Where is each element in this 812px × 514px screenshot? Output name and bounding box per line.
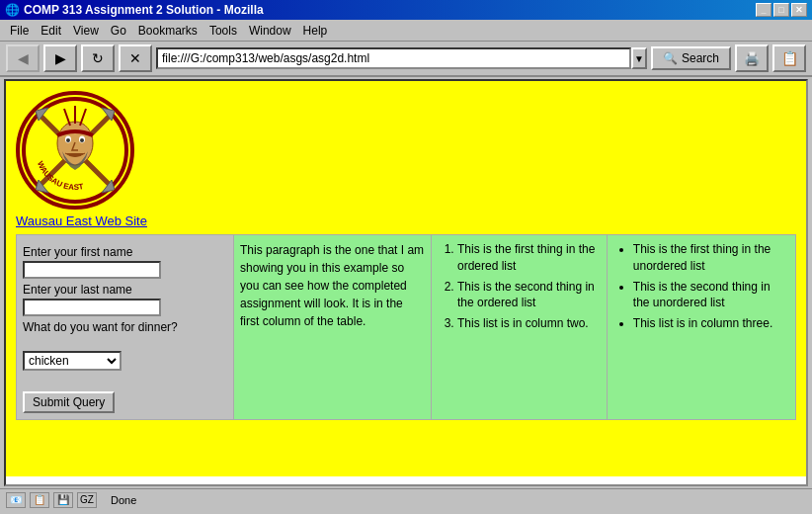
save-icon: 💾 [53,492,73,508]
window-title-bar: 🌐 COMP 313 Assignment 2 Solution - Mozil… [0,0,812,20]
window-controls[interactable]: _ □ ✕ [756,3,807,17]
window-icon: 🌐 [5,3,20,17]
print-button[interactable]: 🖨️ [735,44,769,72]
address-input[interactable] [156,47,631,69]
first-name-input[interactable] [23,261,161,279]
paragraph-text: This paragraph is the one that I am show… [240,241,425,330]
status-icons: 📧 📋 💾 GZ [6,492,97,508]
clipboard-icon: 📋 [30,492,49,508]
search-label: Search [682,51,719,65]
close-button[interactable]: ✕ [791,3,807,17]
ordered-list-item-1: This is the first thing in the ordered l… [457,241,601,275]
unordered-list-item-3: This list is in column three. [633,315,789,332]
svg-point-11 [80,138,84,142]
print-icon: 🖨️ [744,51,760,66]
address-dropdown-button[interactable]: ▼ [631,47,647,69]
main-table: Enter your first name Enter your last na… [16,234,796,420]
paragraph-column: This paragraph is the one that I am show… [234,235,432,420]
minimize-button[interactable]: _ [756,3,771,17]
main-table-row: Enter your first name Enter your last na… [17,235,796,420]
extra-button[interactable]: 📋 [772,44,806,72]
unordered-list: This is the first thing in the unordered… [613,241,789,332]
stop-button[interactable]: ✕ [119,44,152,72]
unordered-list-item-1: This is the first thing in the unordered… [633,241,789,275]
maximize-button[interactable]: □ [773,3,789,17]
last-name-input[interactable] [23,299,161,316]
svg-point-10 [66,138,70,142]
ordered-list-item-3: This list is in column two. [457,315,601,332]
email-icon: 📧 [6,492,26,508]
unordered-list-column: This is the first thing in the unordered… [607,235,795,420]
forward-button[interactable]: ▶ [43,44,77,72]
submit-button[interactable]: Submit Query [23,391,115,413]
form-column: Enter your first name Enter your last na… [17,235,234,420]
first-name-label: Enter your first name [23,245,227,259]
menu-help[interactable]: Help [297,22,334,40]
ordered-list: This is the first thing in the ordered l… [438,241,601,332]
menu-file[interactable]: File [4,22,35,40]
status-bar: 📧 📋 💾 GZ Done [0,488,812,510]
menu-view[interactable]: View [67,22,105,40]
window-title-left: 🌐 COMP 313 Assignment 2 Solution - Mozil… [5,3,264,17]
content-area[interactable]: WAUSAU EAST Wausau East Web Site Enter y… [4,79,808,486]
window-title: COMP 313 Assignment 2 Solution - Mozilla [24,3,264,17]
logo-area: WAUSAU EAST Wausau East Web Site [16,91,796,228]
unordered-list-item-2: This is the second thing in the unordere… [633,279,789,312]
ordered-list-item-2: This is the second thing in the ordered … [457,279,601,312]
dinner-select[interactable]: chicken beef fish vegetarian [23,351,122,371]
reload-button[interactable]: ↻ [81,44,115,72]
last-name-label: Enter your last name [23,283,227,297]
menu-bookmarks[interactable]: Bookmarks [132,22,203,40]
menu-window[interactable]: Window [243,22,297,40]
logo-svg: WAUSAU EAST [21,96,129,205]
extra-icon: 📋 [781,50,798,66]
status-text: Done [111,494,136,506]
back-button[interactable]: ◀ [6,44,40,72]
address-bar-wrap: ▼ [156,47,647,69]
menu-tools[interactable]: Tools [203,22,243,40]
dinner-label: What do you want for dinner? [23,320,227,334]
toolbar: ◀ ▶ ↻ ✕ ▼ 🔍 Search 🖨️ 📋 [0,42,812,77]
menu-edit[interactable]: Edit [35,22,67,40]
gz-icon: GZ [77,492,97,508]
menu-go[interactable]: Go [105,22,132,40]
search-button[interactable]: 🔍 Search [651,46,731,70]
page-content: WAUSAU EAST Wausau East Web Site Enter y… [6,81,806,476]
ordered-list-column: This is the first thing in the ordered l… [432,235,608,420]
logo-circle: WAUSAU EAST [16,91,134,210]
menu-bar: File Edit View Go Bookmarks Tools Window… [0,20,812,42]
search-icon: 🔍 [663,51,678,65]
site-link[interactable]: Wausau East Web Site [16,214,147,228]
